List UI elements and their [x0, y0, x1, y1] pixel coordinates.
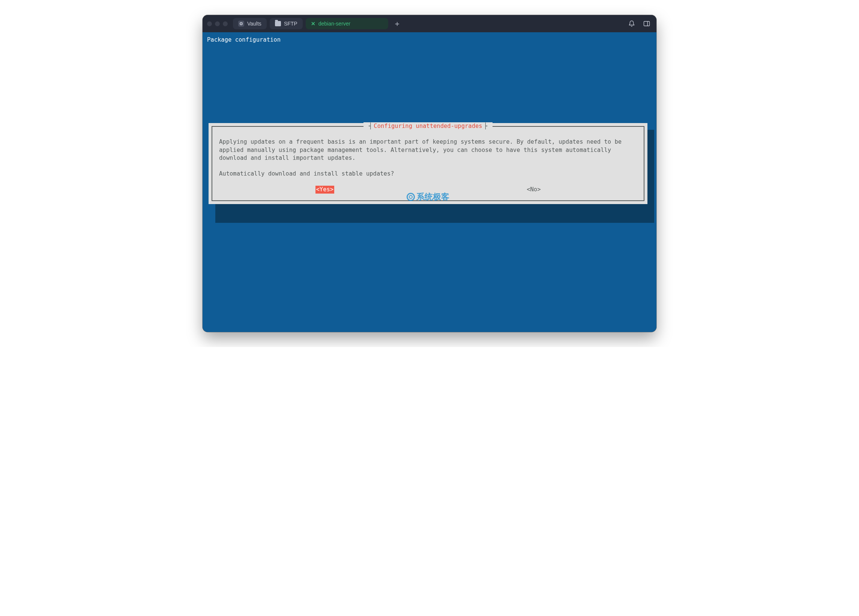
traffic-close-icon[interactable]	[207, 21, 212, 26]
panel-icon	[643, 20, 650, 27]
traffic-minimize-icon[interactable]	[215, 21, 220, 26]
terminal-viewport[interactable]: Package configuration ┤Configuring unatt…	[203, 32, 656, 332]
tab-vaults[interactable]: Vaults	[233, 18, 267, 29]
config-dialog: ┤Configuring unattended-upgrades├ Applyi…	[209, 123, 647, 204]
dialog-body: Applying updates on a frequent basis is …	[219, 138, 637, 178]
tab-vaults-label: Vaults	[247, 20, 261, 27]
dialog-title: ┤Configuring unattended-upgrades├	[364, 122, 492, 131]
new-tab-button[interactable]: +	[391, 20, 403, 27]
dialog-no-button[interactable]: <No>	[527, 186, 540, 194]
dialog-paragraph-1: Applying updates on a frequent basis is …	[219, 138, 637, 163]
vault-icon	[238, 20, 244, 27]
titlebar: Vaults SFTP ✕ debian-server +	[203, 15, 656, 32]
tab-debian-server[interactable]: ✕ debian-server	[306, 18, 388, 29]
tab-active-label: debian-server	[319, 20, 351, 27]
svg-point-1	[241, 23, 242, 24]
traffic-zoom-icon[interactable]	[223, 21, 228, 26]
folder-icon	[275, 21, 281, 26]
panel-toggle-button[interactable]	[642, 19, 652, 29]
config-dialog-inner: ┤Configuring unattended-upgrades├ Applyi…	[212, 126, 644, 201]
terminal-header-text: Package configuration	[207, 36, 652, 44]
bell-icon	[628, 20, 635, 27]
dialog-paragraph-2: Automatically download and install stabl…	[219, 170, 637, 178]
tab-sftp-label: SFTP	[284, 20, 297, 27]
close-tab-icon[interactable]: ✕	[311, 21, 315, 26]
dialog-yes-button[interactable]: <Yes>	[315, 186, 334, 194]
dialog-title-text: Configuring unattended-upgrades	[373, 123, 482, 130]
app-window: Vaults SFTP ✕ debian-server +	[203, 15, 656, 332]
svg-rect-2	[644, 21, 650, 26]
watermark-icon	[407, 193, 415, 201]
dialog-title-wrap: ┤Configuring unattended-upgrades├	[212, 122, 644, 131]
window-controls[interactable]	[207, 21, 228, 26]
notifications-button[interactable]	[626, 19, 637, 29]
dialog-buttons: <Yes> <No>	[219, 186, 637, 194]
tab-sftp[interactable]: SFTP	[270, 18, 303, 29]
